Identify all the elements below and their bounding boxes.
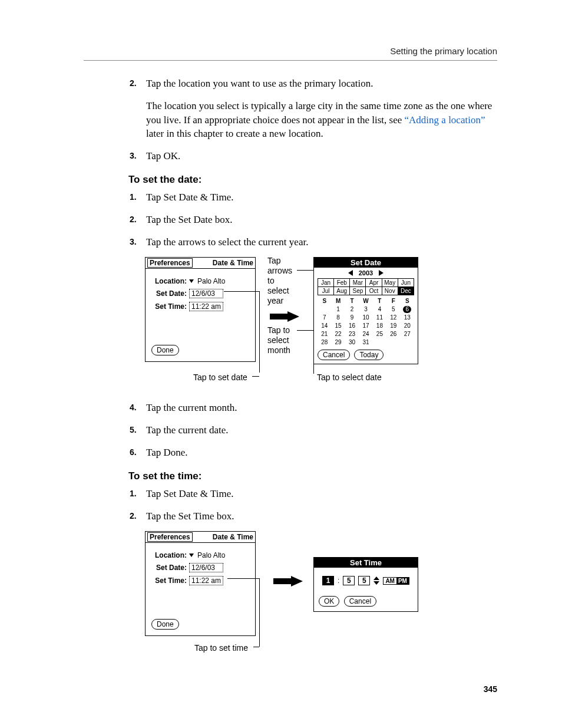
day-cell[interactable]: 29	[331, 339, 345, 346]
step-text: Tap the Set Time box.	[146, 509, 497, 523]
panel-category[interactable]: Date & Time	[213, 533, 253, 541]
day-cell[interactable]: 23	[345, 331, 359, 338]
day-cell	[401, 339, 414, 346]
dropdown-icon[interactable]	[189, 279, 194, 283]
month-cell[interactable]: Mar	[350, 279, 366, 287]
ampm-toggle[interactable]: AM PM	[383, 577, 409, 585]
day-cell[interactable]: 15	[331, 322, 345, 330]
setdate-box[interactable]: 12/6/03	[189, 289, 223, 298]
label-location: Location:	[150, 551, 187, 559]
day-cell[interactable]: 19	[386, 322, 400, 330]
day-cell[interactable]: 31	[359, 339, 372, 346]
month-cell[interactable]: Aug	[334, 287, 350, 295]
calendar-grid: SMTWTFS123456789101112131415161718192021…	[318, 298, 414, 346]
cancel-button[interactable]: Cancel	[318, 350, 350, 360]
day-cell[interactable]: 6	[401, 306, 414, 313]
month-cell[interactable]: Nov	[382, 287, 398, 295]
done-button[interactable]: Done	[151, 345, 179, 355]
setdate-box[interactable]: 12/6/03	[189, 563, 223, 572]
callout-tap-month: Tap to select month	[267, 325, 290, 355]
day-cell[interactable]: 17	[359, 322, 372, 330]
dow-header: S	[318, 298, 331, 305]
month-cell[interactable]: Dec	[398, 287, 414, 295]
day-cell	[373, 339, 386, 346]
running-head: Setting the primary location	[390, 46, 497, 56]
callout-tap-set-date: Tap to set date	[193, 373, 247, 383]
day-cell[interactable]: 14	[318, 322, 331, 330]
step-number: 2.	[130, 510, 137, 522]
value-location[interactable]: Palo Alto	[197, 551, 225, 559]
label-setdate: Set Date:	[150, 289, 187, 298]
dow-header: T	[373, 298, 386, 305]
link-adding-location[interactable]: “Adding a location”	[405, 114, 485, 126]
day-cell[interactable]: 5	[386, 306, 400, 313]
ok-button[interactable]: OK	[319, 596, 339, 607]
day-cell[interactable]: 11	[373, 314, 386, 321]
step-number: 2.	[130, 214, 137, 226]
step-text: Tap the arrows to select the current yea…	[146, 235, 497, 249]
month-cell[interactable]: Jun	[398, 279, 414, 287]
day-cell[interactable]: 10	[359, 314, 372, 321]
day-cell[interactable]: 18	[373, 322, 386, 330]
day-cell[interactable]: 1	[331, 306, 345, 313]
day-cell[interactable]: 8	[331, 314, 345, 321]
day-cell[interactable]: 28	[318, 339, 331, 346]
day-cell[interactable]: 26	[386, 331, 400, 338]
spinner-up-icon[interactable]	[373, 577, 379, 580]
callout-tap-arrows: Tap arrows to select year	[267, 256, 292, 305]
next-year-arrow-icon[interactable]	[379, 270, 384, 276]
day-cell[interactable]: 13	[401, 314, 414, 321]
day-cell[interactable]: 25	[373, 331, 386, 338]
month-cell[interactable]: Feb	[334, 279, 350, 287]
spinner-down-icon[interactable]	[373, 581, 379, 585]
day-cell[interactable]: 16	[345, 322, 359, 330]
month-cell[interactable]: May	[382, 279, 398, 287]
day-cell[interactable]: 7	[318, 314, 331, 321]
heading-set-date: To set the date:	[128, 174, 497, 186]
min-tens-box[interactable]: 5	[343, 576, 355, 585]
panel-category[interactable]: Date & Time	[213, 259, 253, 267]
settime-box[interactable]: 11:22 am	[189, 576, 223, 585]
month-cell[interactable]: Jul	[318, 287, 334, 295]
panel-title: Preferences	[147, 258, 193, 268]
step-text: Tap the location you want to use as the …	[146, 77, 497, 91]
am-option[interactable]: AM	[384, 578, 396, 584]
panel-title: Preferences	[147, 532, 193, 542]
time-spinner[interactable]	[373, 577, 379, 585]
step-number: 1.	[130, 192, 137, 203]
step-number: 5.	[130, 424, 137, 436]
settime-box[interactable]: 11:22 am	[189, 302, 223, 311]
month-grid: JanFebMarAprMayJunJulAugSepOctNovDec	[318, 278, 414, 295]
day-cell[interactable]: 22	[331, 331, 345, 338]
dropdown-icon[interactable]	[189, 554, 194, 557]
cancel-button[interactable]: Cancel	[344, 596, 376, 607]
pm-option[interactable]: PM	[396, 578, 409, 584]
today-button[interactable]: Today	[354, 350, 384, 360]
month-cell[interactable]: Sep	[350, 287, 366, 295]
day-cell[interactable]: 30	[345, 339, 359, 346]
step-number: 4.	[130, 402, 137, 414]
day-cell[interactable]: 21	[318, 331, 331, 338]
step-text: Tap the current month.	[146, 401, 497, 415]
day-cell	[386, 339, 400, 346]
steps-primary-location: 2. Tap the location you want to use as t…	[130, 77, 497, 163]
day-cell[interactable]: 2	[345, 306, 359, 313]
month-cell[interactable]: Oct	[366, 287, 382, 295]
day-cell[interactable]: 24	[359, 331, 372, 338]
day-cell[interactable]: 12	[386, 314, 400, 321]
day-cell[interactable]: 27	[401, 331, 414, 338]
step-text: Tap the current date.	[146, 423, 497, 437]
day-cell[interactable]: 3	[359, 306, 372, 313]
prev-year-arrow-icon[interactable]	[348, 270, 353, 276]
done-button[interactable]: Done	[151, 619, 179, 630]
day-cell[interactable]: 9	[345, 314, 359, 321]
day-cell[interactable]: 4	[373, 306, 386, 313]
min-ones-box[interactable]: 5	[358, 576, 370, 585]
day-cell[interactable]: 20	[401, 322, 414, 330]
step-number: 3.	[130, 236, 137, 248]
step-text: The location you select is typically a l…	[146, 99, 497, 141]
hour-box[interactable]: 1	[322, 576, 334, 585]
month-cell[interactable]: Jan	[318, 279, 334, 287]
value-location[interactable]: Palo Alto	[197, 277, 225, 285]
month-cell[interactable]: Apr	[366, 279, 382, 287]
